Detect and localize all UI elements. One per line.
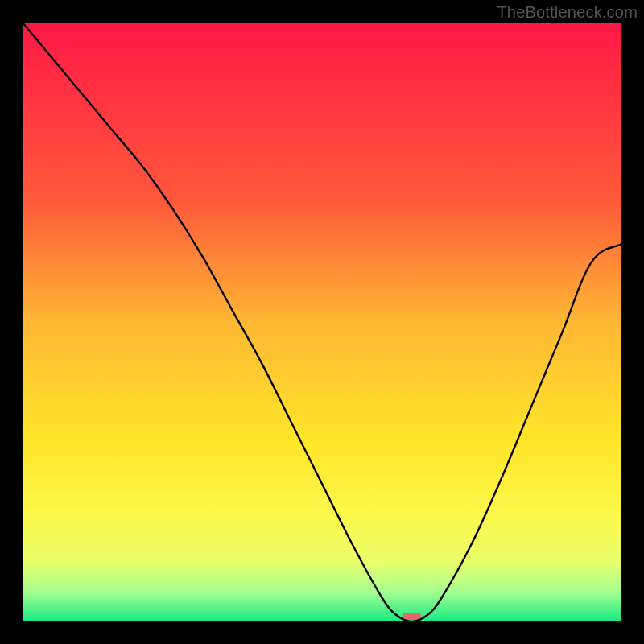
- optimal-marker: [402, 613, 420, 620]
- watermark-text: TheBottleneck.com: [497, 3, 638, 22]
- gradient-rect: [23, 23, 621, 621]
- chart-frame: TheBottleneck.com: [0, 0, 644, 644]
- plot-area: [23, 23, 621, 621]
- chart-svg: [23, 23, 621, 621]
